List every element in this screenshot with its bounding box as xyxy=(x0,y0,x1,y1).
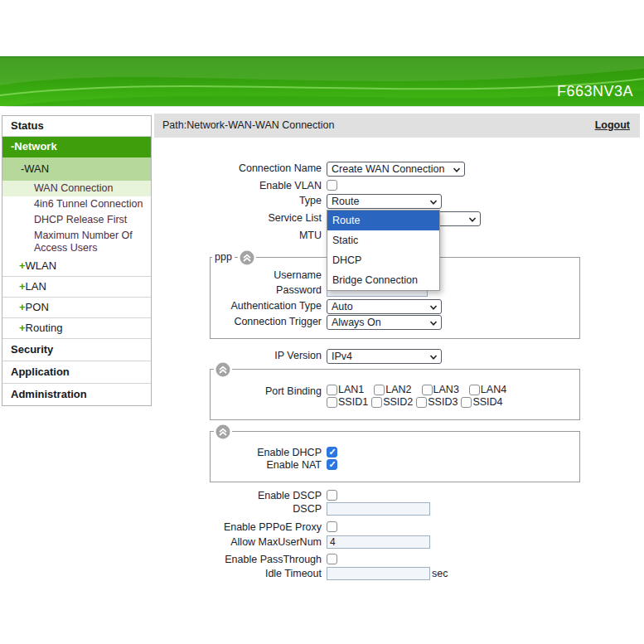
sidebar-item-administration[interactable]: Administration xyxy=(2,384,151,405)
connection-trigger-label: Connection Trigger xyxy=(154,315,322,329)
chevron-down-icon xyxy=(429,198,438,206)
mtu-label: MTU xyxy=(154,229,322,243)
sidebar-item-application[interactable]: Application xyxy=(2,361,151,384)
router-admin-page: F663NV3A Status -Network -WAN WAN Connec… xyxy=(0,0,644,644)
service-list-label: Service List xyxy=(154,211,322,225)
chevron-double-up-circle-icon xyxy=(215,362,230,377)
sidebar-item-wlan[interactable]: +WLAN xyxy=(2,256,151,277)
dropdown-option-dhcp[interactable]: DHCP xyxy=(327,250,439,270)
collapse-section-button[interactable] xyxy=(214,424,232,439)
plus-icon: + xyxy=(19,259,26,272)
brand-banner: F663NV3A xyxy=(0,56,644,106)
enable-vlan-checkbox[interactable] xyxy=(327,180,337,191)
wan-connection-form: Connection Name Create WAN Connection En… xyxy=(154,138,644,644)
collapse-section-button[interactable] xyxy=(238,250,256,265)
lan1-label: LAN1 xyxy=(338,384,364,395)
connection-name-value: Create WAN Connection xyxy=(332,162,444,176)
ssid4-label: SSID4 xyxy=(472,396,502,408)
type-label: Type xyxy=(154,194,322,208)
ssid1-checkbox[interactable] xyxy=(327,397,337,408)
ssid2-option[interactable]: SSID2 xyxy=(371,396,413,408)
chevron-down-icon xyxy=(468,215,477,224)
lan1-checkbox[interactable] xyxy=(327,385,337,395)
dropdown-option-bridge-connection[interactable]: Bridge Connection xyxy=(327,270,439,290)
idle-timeout-input[interactable] xyxy=(327,567,430,580)
dropdown-option-static[interactable]: Static xyxy=(327,230,439,250)
sidebar-item-wan[interactable]: -WAN xyxy=(2,157,151,181)
connection-trigger-value: Always On xyxy=(332,316,381,329)
ssid3-option[interactable]: SSID3 xyxy=(416,396,458,408)
chevron-down-icon xyxy=(429,319,438,327)
username-label: Username xyxy=(154,269,322,283)
enable-dscp-label: Enable DSCP xyxy=(154,489,322,503)
sidebar-item-routing[interactable]: +Routing xyxy=(2,318,151,339)
lan2-label: LAN2 xyxy=(385,384,411,395)
sidebar-item-pon[interactable]: +PON xyxy=(2,298,151,318)
idle-timeout-label: Idle Timeout xyxy=(154,567,322,581)
breadcrumb: Path:Network-WAN-WAN Connection xyxy=(154,119,334,131)
authentication-type-select[interactable]: Auto xyxy=(327,299,442,314)
plus-icon: + xyxy=(19,280,26,293)
ssid2-label: SSID2 xyxy=(383,396,413,408)
enable-nat-label: Enable NAT xyxy=(154,458,322,472)
sidebar-nav: Status -Network -WAN WAN Connection 4in6… xyxy=(2,115,152,406)
dscp-input[interactable] xyxy=(327,502,430,516)
ppp-section-title: ppp xyxy=(212,251,235,264)
sidebar-item-dhcp-release-first[interactable]: DHCP Release First xyxy=(2,212,151,228)
dscp-label: DSCP xyxy=(154,502,322,516)
collapse-section-button[interactable] xyxy=(214,362,232,377)
chevron-down-icon xyxy=(429,303,438,312)
connection-trigger-select[interactable]: Always On xyxy=(327,315,442,330)
type-value: Route xyxy=(332,195,359,208)
ssid1-option[interactable]: SSID1 xyxy=(327,396,368,408)
logout-link[interactable]: Logout xyxy=(595,114,630,138)
connection-name-select[interactable]: Create WAN Connection xyxy=(327,162,465,177)
dropdown-option-route[interactable]: Route xyxy=(327,211,439,230)
enable-passthrough-checkbox[interactable] xyxy=(327,554,337,564)
idle-timeout-unit: sec xyxy=(432,568,448,579)
banner-wave-decoration xyxy=(0,57,644,107)
ssid3-checkbox[interactable] xyxy=(416,397,427,408)
password-label: Password xyxy=(154,283,322,298)
enable-pppoe-proxy-checkbox[interactable] xyxy=(327,521,337,532)
sidebar-item-network[interactable]: -Network xyxy=(2,137,151,157)
plus-icon: + xyxy=(19,322,26,334)
lan3-label: LAN3 xyxy=(433,384,459,395)
enable-dhcp-checkbox[interactable] xyxy=(327,447,337,458)
ssid4-option[interactable]: SSID4 xyxy=(461,396,502,408)
lan4-checkbox[interactable] xyxy=(469,385,480,395)
lan4-option[interactable]: LAN4 xyxy=(469,384,506,395)
ssid2-checkbox[interactable] xyxy=(371,397,382,408)
allow-maxusernum-input[interactable] xyxy=(327,535,430,549)
port-binding-label: Port Binding xyxy=(154,385,322,399)
lan2-option[interactable]: LAN2 xyxy=(374,384,411,395)
sidebar-item-4in6-tunnel[interactable]: 4in6 Tunnel Connection xyxy=(2,196,151,212)
enable-passthrough-label: Enable PassThrough xyxy=(154,553,322,567)
enable-pppoe-proxy-label: Enable PPPoE Proxy xyxy=(154,521,322,535)
sidebar-item-status[interactable]: Status xyxy=(2,116,151,137)
authentication-type-label: Authentication Type xyxy=(154,299,322,313)
sidebar-item-lan[interactable]: +LAN xyxy=(2,277,151,298)
sidebar-item-wan-connection[interactable]: WAN Connection xyxy=(2,181,151,196)
lan3-option[interactable]: LAN3 xyxy=(422,384,459,395)
connection-name-label: Connection Name xyxy=(154,162,322,176)
chevron-double-up-circle-icon xyxy=(215,424,230,439)
lan3-checkbox[interactable] xyxy=(422,385,433,395)
allow-maxusernum-label: Allow MaxUserNum xyxy=(154,535,322,550)
type-select[interactable]: Route xyxy=(327,194,442,209)
ssid1-label: SSID1 xyxy=(338,396,368,408)
port-binding-lan-row: LAN1 LAN2 LAN3 LAN4 xyxy=(327,384,506,395)
lan2-checkbox[interactable] xyxy=(374,385,385,395)
sidebar-item-label: WLAN xyxy=(26,259,57,272)
ssid3-label: SSID3 xyxy=(428,396,458,408)
chevron-down-icon xyxy=(453,166,461,174)
ssid4-checkbox[interactable] xyxy=(461,397,472,408)
sidebar-item-label: LAN xyxy=(26,280,46,293)
sidebar-item-security[interactable]: Security xyxy=(2,339,151,361)
enable-dscp-checkbox[interactable] xyxy=(327,490,337,501)
sidebar-item-max-access-users[interactable]: Maximum Number Of Access Users xyxy=(2,228,151,256)
ip-version-select[interactable]: IPv4 xyxy=(327,349,442,364)
sidebar-item-label: PON xyxy=(26,301,49,313)
lan1-option[interactable]: LAN1 xyxy=(327,384,364,395)
enable-nat-checkbox[interactable] xyxy=(327,459,337,470)
